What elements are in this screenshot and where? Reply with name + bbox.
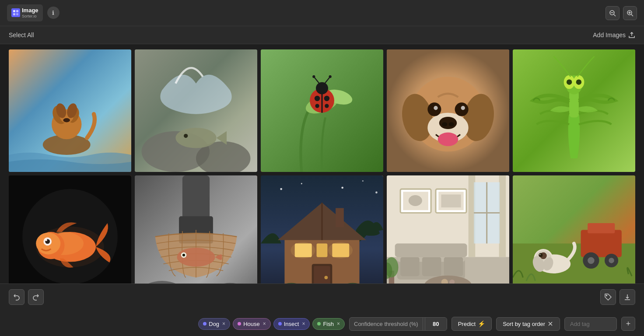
predict-button[interactable]: Predict ⚡ <box>452 317 492 331</box>
add-images-button[interactable]: Add Images <box>593 32 635 38</box>
svg-point-88 <box>324 276 328 279</box>
tag-dog-pill[interactable]: Dog × <box>198 318 230 330</box>
svg-point-31 <box>324 96 329 101</box>
svg-point-96 <box>375 192 378 194</box>
tag-fish-pill[interactable]: Fish × <box>312 318 345 330</box>
logo: ImageSorter.io <box>7 4 43 21</box>
info-button[interactable]: ℹ <box>47 7 60 19</box>
top-bar: ImageSorter.io ℹ <box>0 0 644 26</box>
image-item[interactable] <box>387 49 509 172</box>
tag-fish-label: Fish <box>323 321 334 327</box>
tag-house-remove[interactable]: × <box>263 321 266 327</box>
svg-point-46 <box>449 122 454 126</box>
svg-point-85 <box>328 242 353 258</box>
image-item[interactable] <box>513 175 635 284</box>
svg-line-8 <box>631 14 633 16</box>
svg-rect-0 <box>13 10 15 12</box>
sort-button[interactable]: Sort by tag order <box>496 317 560 331</box>
image-grid <box>0 44 644 284</box>
bottom-bar: Dog × House × Insect × Fish × Confidence… <box>0 284 644 336</box>
image-item[interactable] <box>135 175 257 284</box>
image-item[interactable] <box>261 49 383 172</box>
add-tag-button[interactable]: + <box>621 317 635 331</box>
svg-point-84 <box>290 242 315 258</box>
svg-rect-87 <box>314 266 330 284</box>
lightning-icon: ⚡ <box>478 320 485 327</box>
right-actions <box>600 289 635 305</box>
svg-point-49 <box>434 106 438 110</box>
logo-text: ImageSorter.io <box>22 7 38 18</box>
bottom-top-row <box>9 289 635 305</box>
svg-line-5 <box>614 14 616 16</box>
logo-icon <box>11 8 20 17</box>
house-dot <box>238 322 241 326</box>
zoom-out-button[interactable] <box>606 6 620 20</box>
svg-rect-110 <box>441 195 461 208</box>
svg-point-94 <box>341 187 343 189</box>
image-item[interactable] <box>9 175 131 284</box>
redo-button[interactable] <box>28 289 44 305</box>
tags-row: Dog × House × Insect × Fish × <box>198 318 345 330</box>
svg-point-132 <box>609 258 614 263</box>
svg-rect-115 <box>444 257 463 276</box>
svg-rect-79 <box>336 208 344 228</box>
svg-rect-81 <box>317 244 328 257</box>
grid-toolbar: Select All Add Images <box>0 26 644 44</box>
svg-point-45 <box>442 122 447 126</box>
svg-point-44 <box>439 117 457 129</box>
tag-insect-remove[interactable]: × <box>302 321 305 327</box>
svg-rect-3 <box>16 13 18 15</box>
bottom-controls-row: Dog × House × Insect × Fish × Confidence… <box>9 317 635 331</box>
svg-rect-113 <box>400 257 420 276</box>
download-button[interactable] <box>620 289 635 305</box>
svg-point-74 <box>182 254 185 256</box>
confidence-label: Confidence threshold (%) <box>350 318 423 330</box>
svg-point-30 <box>315 96 320 101</box>
fish-dot <box>317 322 321 326</box>
select-all-button[interactable]: Select All <box>9 32 34 38</box>
svg-point-68 <box>36 227 104 267</box>
confidence-threshold-control: Confidence threshold (%) <box>349 317 447 331</box>
image-item[interactable] <box>513 49 635 172</box>
svg-point-92 <box>280 188 282 190</box>
svg-point-23 <box>175 128 216 148</box>
dog-dot <box>203 322 206 326</box>
sort-label: Sort by tag order <box>503 321 545 327</box>
svg-point-32 <box>315 104 319 108</box>
image-item[interactable] <box>387 175 509 284</box>
tag-insect-label: Insect <box>284 321 299 327</box>
tag-insect-pill[interactable]: Insect × <box>273 318 310 330</box>
svg-rect-128 <box>588 223 615 233</box>
svg-point-24 <box>184 134 188 138</box>
svg-point-139 <box>539 253 542 257</box>
tag-dog-remove[interactable]: × <box>222 321 225 327</box>
confidence-value-input[interactable] <box>425 318 447 330</box>
svg-rect-116 <box>395 244 467 257</box>
zoom-in-button[interactable] <box>623 6 637 20</box>
svg-point-108 <box>409 195 422 206</box>
undo-button[interactable] <box>9 289 24 305</box>
svg-point-38 <box>329 75 332 78</box>
tag-fish-remove[interactable]: × <box>337 321 340 327</box>
svg-point-50 <box>461 106 465 110</box>
svg-point-51 <box>438 133 458 146</box>
svg-rect-101 <box>499 175 506 257</box>
image-item[interactable] <box>135 49 257 172</box>
add-tag-input[interactable] <box>564 317 617 331</box>
predict-label: Predict <box>458 321 476 327</box>
svg-point-141 <box>606 295 607 296</box>
tags-button[interactable] <box>600 289 616 305</box>
tag-house-label: House <box>243 321 260 327</box>
image-item[interactable] <box>261 175 383 284</box>
svg-point-58 <box>576 79 581 84</box>
svg-point-95 <box>362 180 364 182</box>
svg-point-19 <box>63 118 70 122</box>
insect-dot <box>278 322 282 326</box>
svg-rect-1 <box>16 10 18 12</box>
logo-area: ImageSorter.io ℹ <box>7 4 60 21</box>
svg-rect-2 <box>13 13 15 15</box>
image-item[interactable] <box>9 49 131 172</box>
main-content: Select All Add Images <box>0 26 644 284</box>
svg-point-57 <box>567 79 572 84</box>
tag-house-pill[interactable]: House × <box>233 318 271 330</box>
